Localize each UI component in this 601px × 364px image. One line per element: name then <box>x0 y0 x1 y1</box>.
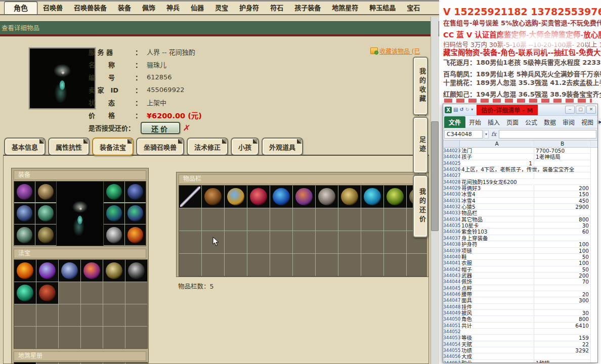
cell-a[interactable] <box>460 329 534 335</box>
row-header[interactable]: 344046 <box>443 291 460 297</box>
item-slot[interactable] <box>81 327 103 348</box>
item-slot[interactable] <box>293 231 315 253</box>
item-slot[interactable] <box>36 327 58 348</box>
item-slot[interactable] <box>361 186 383 208</box>
cell-b[interactable]: 100 <box>534 248 591 254</box>
cell-a[interactable]: 点粹 <box>460 285 534 291</box>
item-slot[interactable] <box>179 254 201 276</box>
row-header[interactable]: 344030 <box>443 191 460 197</box>
cell-b[interactable]: 1种植 <box>534 360 591 362</box>
save-icon[interactable]: ▤ <box>453 107 458 113</box>
cell-b[interactable]: 50 <box>534 254 591 260</box>
row-header[interactable]: 344056 <box>443 353 460 359</box>
cell-b[interactable]: 7700-7050 <box>534 148 591 154</box>
cell-b[interactable]: 30 <box>534 310 591 316</box>
item-slot[interactable] <box>125 282 147 304</box>
row-header[interactable]: 344036 <box>443 229 460 235</box>
item-slot[interactable] <box>14 260 36 282</box>
cell-b[interactable] <box>534 210 591 216</box>
cell-b[interactable]: 150 <box>534 191 591 197</box>
cell-a[interactable]: 紫金铃103 <box>460 229 534 235</box>
cell-b[interactable]: 1老神结局 <box>534 154 591 160</box>
cell-a[interactable]: 佩饰 <box>460 279 534 285</box>
row-header[interactable]: 344039 <box>443 248 460 254</box>
item-slot[interactable] <box>384 208 406 231</box>
ribbon-tab-2[interactable]: 插入 <box>485 117 503 127</box>
row-header[interactable]: 344029 <box>443 185 460 191</box>
detail-tab-6[interactable]: 外观道具 <box>262 138 303 156</box>
cell-a[interactable]: 职业 <box>460 360 534 362</box>
qat-dropdown-icon[interactable]: ▾ <box>471 107 473 113</box>
item-slot[interactable] <box>81 282 103 304</box>
item-slot[interactable] <box>81 304 103 326</box>
cell-a[interactable]: 披风 <box>460 310 534 316</box>
undo-icon[interactable]: ↺ <box>459 107 463 113</box>
cell-a[interactable]: 法门 <box>460 148 534 154</box>
item-slot[interactable] <box>338 254 361 276</box>
item-slot[interactable] <box>293 208 315 231</box>
row-header[interactable]: 344032 <box>443 204 460 210</box>
cell-b[interactable]: 20 <box>534 291 591 297</box>
cell-a[interactable]: 哥俩好3 <box>460 185 534 191</box>
name-box[interactable]: C344048 <box>444 130 483 139</box>
item-slot[interactable] <box>35 224 56 245</box>
item-slot[interactable] <box>270 254 292 276</box>
item-slot[interactable] <box>103 304 125 326</box>
ribbon-tab-7[interactable]: 视图 <box>578 117 596 127</box>
sidetab-footprints[interactable]: 足迹 <box>413 117 428 173</box>
row-header[interactable]: 344025 <box>443 160 460 166</box>
item-slot[interactable] <box>59 304 80 326</box>
select-all-corner[interactable] <box>443 141 460 147</box>
item-slot[interactable] <box>225 186 247 208</box>
cell-b[interactable] <box>534 235 591 241</box>
ribbon-tab-1[interactable]: 开始 <box>466 117 484 127</box>
item-slot[interactable] <box>125 260 147 282</box>
row-header[interactable]: 344047 <box>443 297 460 303</box>
cell-b[interactable]: 159 <box>534 335 591 341</box>
row-header[interactable]: 344024 <box>443 154 460 160</box>
cell-b[interactable]: 100 <box>534 260 591 266</box>
item-slot[interactable] <box>36 304 58 326</box>
scrollbar-thumb[interactable] <box>431 121 439 231</box>
cell-b[interactable]: 50 <box>534 266 591 272</box>
row-header[interactable]: 344051 <box>443 323 460 329</box>
cell-a[interactable]: 心猿5 <box>460 204 534 210</box>
cell-b[interactable]: 2900 <box>534 204 591 210</box>
item-slot[interactable] <box>35 203 56 224</box>
item-slot[interactable] <box>293 254 315 276</box>
cell-b[interactable]: 70 <box>534 279 591 285</box>
cell-b[interactable]: 3292 <box>534 347 591 353</box>
cell-b[interactable] <box>534 353 591 359</box>
item-slot[interactable] <box>361 231 383 253</box>
close-button[interactable]: ✕ <box>586 106 596 114</box>
cell-a[interactable]: 4上区，4下区，老新孩子，传世，装备宝宝齐全 <box>460 166 534 172</box>
cell-a[interactable]: 冰雪4 <box>460 191 534 197</box>
cell-a[interactable]: 共计 <box>460 323 534 329</box>
item-slot[interactable] <box>384 254 406 276</box>
column-header-a[interactable]: A <box>460 141 534 147</box>
cell-a[interactable]: 花间独酌159女龙6200 <box>460 179 534 185</box>
cell-b[interactable]: 800 <box>534 216 591 222</box>
cell-b[interactable]: 200 <box>534 185 591 191</box>
item-slot[interactable] <box>202 254 224 276</box>
ribbon-tab-3[interactable]: 页面 <box>503 117 522 127</box>
item-slot[interactable] <box>338 208 361 231</box>
cell-b[interactable] <box>534 179 591 185</box>
detail-tab-3[interactable]: 坐骑召唤兽 <box>136 138 184 156</box>
cell-b[interactable]: 450 <box>534 198 591 204</box>
item-slot[interactable] <box>14 181 35 202</box>
row-header[interactable]: 344041 <box>443 260 460 266</box>
item-slot[interactable] <box>361 254 383 276</box>
item-slot[interactable] <box>384 186 406 208</box>
row-header[interactable]: 344035 <box>443 222 460 229</box>
sidetab-my-favorites[interactable]: 我的收藏 <box>413 57 428 115</box>
top-tab-7[interactable]: 灵宝 <box>209 2 234 14</box>
row-header[interactable]: 344053 <box>443 335 460 341</box>
item-slot[interactable] <box>125 327 147 348</box>
item-slot[interactable] <box>103 282 125 304</box>
item-slot[interactable] <box>81 260 103 282</box>
cell-a[interactable]: 功绩 <box>460 347 534 353</box>
cell-a[interactable]: 武器 <box>460 272 534 279</box>
row-header[interactable]: 344028 <box>443 179 460 185</box>
item-slot[interactable] <box>316 186 338 208</box>
